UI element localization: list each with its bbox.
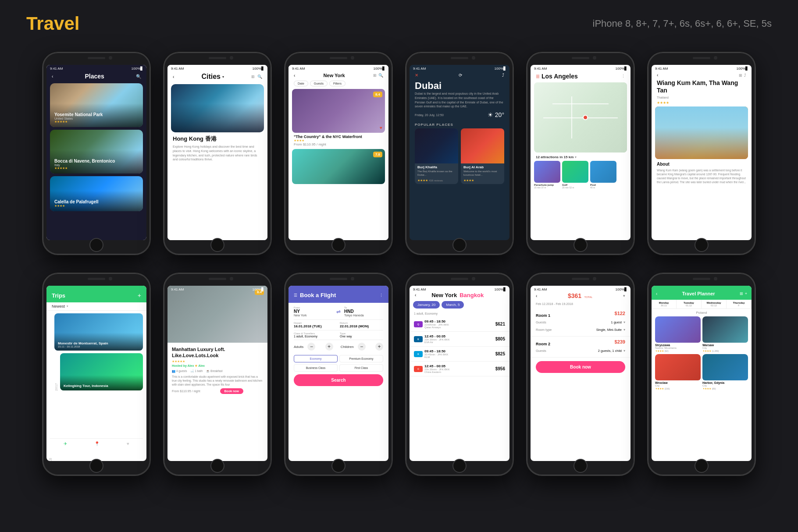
time-10: 9:41 AM (413, 287, 426, 291)
status-bar-4: 9:41 AM 100%▊ (410, 65, 509, 72)
filter-date[interactable]: Date (294, 81, 308, 86)
screen-cities: 9:41 AM 100%▊ ‹ Cities ▾ ⊞ 🔍 (167, 65, 267, 240)
place-name-3: Calella de Palafrugell (54, 199, 139, 204)
screen-dubai: 9:41 AM 100%▊ ✕ ⟳ ⤴ Dubai Dubai is the l… (410, 65, 509, 240)
children-minus[interactable]: − (358, 343, 366, 351)
place-stars-2: ★★★★★ (54, 167, 139, 170)
room1-type-control[interactable]: Single, Mini-Suite ▾ (596, 328, 625, 332)
nav-heart-icon[interactable]: ♥ (127, 441, 129, 446)
time-8: 9:41 AM (171, 287, 184, 291)
home-button-10[interactable] (452, 459, 467, 473)
flight-header: ☰ Book a Flight ⋮ (289, 286, 388, 303)
activity-parachute[interactable]: Parachute jump 15 min 37 m (534, 161, 560, 189)
home-button-3[interactable] (331, 238, 346, 252)
hotel-image-2[interactable]: 7.8 (292, 149, 385, 184)
children-plus[interactable]: + (375, 343, 383, 351)
phone-camera (109, 56, 112, 60)
home-button-5[interactable] (574, 238, 588, 252)
class-premium[interactable]: Premium Economy (339, 355, 383, 362)
class-first[interactable]: First Class (339, 364, 383, 372)
time-2: 9:41 AM (171, 67, 184, 71)
place-desc-burj-al-arab: Welcome to the world's most luxurious ho… (461, 170, 504, 179)
dest-card-wroclaw[interactable]: Wroclaw City ★★★★ (156) (655, 354, 701, 390)
newest-filter[interactable]: Newest ▾ (46, 302, 146, 311)
swap-icon[interactable]: ⇌ (336, 306, 341, 317)
home-button-7[interactable] (89, 459, 103, 473)
search-flight-btn[interactable]: Search (294, 374, 383, 386)
device-compatibility: iPhone 8, 8+, 7, 7+, 6s, 6s+, 6, 6+, SE,… (593, 18, 772, 29)
trips-header: Trips + (46, 286, 146, 302)
dubai-desc: Dubai is the largest and most populous c… (410, 92, 509, 109)
trip-card-1[interactable]: Monestir de Montserrat, Spain 23.11 - 30… (54, 313, 143, 351)
home-button-12[interactable] (695, 459, 709, 473)
phone-shell-12: ‹ Travel Planner ⊞ + Monday 30.11 (647, 273, 756, 476)
room2-guests-control[interactable]: 2 guests, 1 child ▾ (598, 349, 625, 353)
day-thursday[interactable]: Thursday F (727, 300, 752, 309)
battery-3: 100%▊ (374, 67, 385, 71)
city-image[interactable] (171, 84, 264, 132)
flight-times-2: 12:45 - 00:05 23h 20min · JFK-BKK EVA Ai… (424, 334, 494, 344)
filter-filters[interactable]: Filters (329, 81, 346, 86)
hotel-book-btn[interactable]: Book now (536, 361, 625, 373)
day-tuesday[interactable]: Tuesday 01.12 (677, 300, 702, 309)
place-desc-burj-khalifa: The Burj Khalifa known as the Dubai... (415, 170, 458, 179)
place-card-1[interactable]: Yosemite National Park United States ★★★… (50, 83, 143, 127)
dubai-weather: Friday, 20 July, 12:50 ☀ 20° (410, 109, 509, 121)
nav-map-icon[interactable]: 📍 (94, 441, 100, 446)
adults-plus[interactable]: + (325, 343, 333, 351)
room1-header: Room 1 $122 (536, 311, 625, 319)
place-name-burj-khalifa: Burj Khalifa (415, 163, 458, 170)
screen-hotel: 9:41 AM 100%▊ ‹ New York ⊞ 🔍 (289, 65, 388, 240)
phone-1: 9:41 AM 100%▊ ‹ Places 🔍 Yosemite Nation… (42, 52, 151, 255)
home-button-2[interactable] (210, 238, 224, 252)
dest-card-stryszawa[interactable]: Stryszawa Nature, Mountains ★★★★ (62) (655, 316, 701, 352)
room1-type-label: Room type (536, 328, 552, 332)
home-button-9[interactable] (331, 459, 346, 473)
manhattan-book-btn[interactable]: Book now (220, 388, 243, 394)
filter-guests[interactable]: Guests (310, 81, 328, 86)
flight-times-4: 12:45 - 00:05 23h 20min · JFK-BKK China … (424, 364, 494, 373)
home-button-11[interactable] (574, 459, 588, 473)
flight-row-4[interactable]: C 12:45 - 00:05 23h 20min · JFK-BKK Chin… (410, 362, 509, 376)
nav-trips-icon[interactable]: ✈ (64, 441, 67, 446)
flight-row-1[interactable]: Q 09:45 - 18:50 21h05min · JFK-BKK Qatar… (410, 317, 509, 332)
dest-card-warsaw[interactable]: Warsaw City ★★★★ (1,289) (702, 316, 748, 352)
date-btn-1[interactable]: January, 20 (413, 301, 440, 309)
phone-camera-3 (351, 56, 354, 60)
place-card-burj-khalifa[interactable]: Burj Khalifa The Burj Khalifa known as t… (415, 128, 458, 184)
activity-pool[interactable]: Pool 45 m (590, 161, 616, 189)
adults-minus[interactable]: − (307, 343, 315, 351)
screen-trips: Trips + Newest ▾ 2018 (46, 286, 146, 461)
trip-overlay-1: Monestir de Montserrat, Spain 23.11 - 30… (54, 333, 143, 351)
from-name: New York (294, 314, 333, 317)
home-button-6[interactable] (695, 238, 709, 252)
room2-guests-row: Guests 2 guests, 1 child ▾ (536, 347, 625, 355)
dest-name-1: Stryszawa (655, 344, 701, 347)
place-card-2[interactable]: Bocca di Navene, Brentonico Italy ★★★★★ (50, 130, 143, 174)
hotel-image-1[interactable]: 8.4 ♥ (292, 89, 385, 133)
day-wednesday[interactable]: Wednesday 02.12 (702, 300, 727, 309)
manhattan-hero: 9:41 AM 100%▊ 8.4 (167, 286, 267, 343)
flight-row-2[interactable]: E 12:45 - 00:05 23h 20min · JFK-BKK EVA … (410, 332, 509, 347)
flight-from-to: From NY New York ⇌ To HND Tokyo Haneda (294, 306, 383, 317)
trip-card-2[interactable]: Kelingking Tour, Indonesia (60, 353, 143, 390)
home-button-1[interactable] (89, 238, 103, 252)
hotel-name-1: "The Country" & the NYC Waterfront (294, 135, 383, 139)
dest-card-gdynia[interactable]: Harbor, Gdynia City ★★★★ (89) (702, 354, 748, 390)
room1-guests-control[interactable]: 1 guest ▾ (611, 320, 625, 324)
la-map[interactable] (534, 82, 627, 153)
date-btn-2[interactable]: March, 5 (442, 301, 464, 309)
flight-row-3[interactable]: K 09:45 - 18:50 20:45min · JFK-BKK KLM $… (410, 347, 509, 362)
status-bar-2: 9:41 AM 100%▊ (167, 65, 267, 72)
room2-label: Room 2 (536, 342, 550, 346)
place-card-3[interactable]: Calella de Palafrugell ★★★★ (50, 176, 143, 211)
activity-golf[interactable]: Golf 20 min 52 m (562, 161, 588, 189)
home-button-8[interactable] (210, 459, 224, 473)
place-card-burj-al-arab[interactable]: Burj Al Arab Welcome to the world's most… (461, 128, 504, 184)
class-business[interactable]: Business Class (294, 364, 338, 372)
dest-name-3: Wroclaw (655, 381, 701, 384)
day-monday[interactable]: Monday 30.11 (652, 300, 677, 309)
class-economy[interactable]: Economy (294, 355, 338, 362)
home-button-4[interactable] (452, 238, 467, 252)
dest-img-4 (702, 354, 748, 380)
